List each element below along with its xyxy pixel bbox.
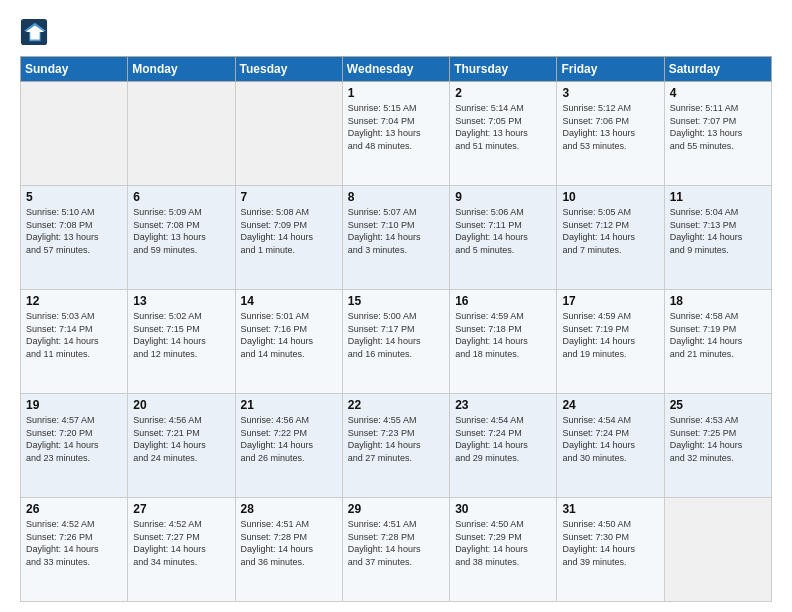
day-info: Sunrise: 4:51 AM Sunset: 7:28 PM Dayligh… (348, 518, 444, 568)
calendar-cell (128, 82, 235, 186)
day-number: 22 (348, 398, 444, 412)
day-number: 8 (348, 190, 444, 204)
day-number: 9 (455, 190, 551, 204)
day-info: Sunrise: 5:00 AM Sunset: 7:17 PM Dayligh… (348, 310, 444, 360)
weekday-header-tuesday: Tuesday (235, 57, 342, 82)
day-info: Sunrise: 5:09 AM Sunset: 7:08 PM Dayligh… (133, 206, 229, 256)
calendar-cell: 4Sunrise: 5:11 AM Sunset: 7:07 PM Daylig… (664, 82, 771, 186)
calendar-cell: 18Sunrise: 4:58 AM Sunset: 7:19 PM Dayli… (664, 290, 771, 394)
calendar-cell: 8Sunrise: 5:07 AM Sunset: 7:10 PM Daylig… (342, 186, 449, 290)
day-info: Sunrise: 5:06 AM Sunset: 7:11 PM Dayligh… (455, 206, 551, 256)
calendar-cell: 9Sunrise: 5:06 AM Sunset: 7:11 PM Daylig… (450, 186, 557, 290)
day-info: Sunrise: 5:14 AM Sunset: 7:05 PM Dayligh… (455, 102, 551, 152)
calendar-cell: 2Sunrise: 5:14 AM Sunset: 7:05 PM Daylig… (450, 82, 557, 186)
day-info: Sunrise: 4:59 AM Sunset: 7:18 PM Dayligh… (455, 310, 551, 360)
calendar-cell: 20Sunrise: 4:56 AM Sunset: 7:21 PM Dayli… (128, 394, 235, 498)
weekday-header-friday: Friday (557, 57, 664, 82)
weekday-header-wednesday: Wednesday (342, 57, 449, 82)
day-number: 15 (348, 294, 444, 308)
day-number: 13 (133, 294, 229, 308)
calendar-cell: 29Sunrise: 4:51 AM Sunset: 7:28 PM Dayli… (342, 498, 449, 602)
calendar-cell: 7Sunrise: 5:08 AM Sunset: 7:09 PM Daylig… (235, 186, 342, 290)
day-number: 30 (455, 502, 551, 516)
calendar-cell: 30Sunrise: 4:50 AM Sunset: 7:29 PM Dayli… (450, 498, 557, 602)
calendar-cell: 11Sunrise: 5:04 AM Sunset: 7:13 PM Dayli… (664, 186, 771, 290)
weekday-header-sunday: Sunday (21, 57, 128, 82)
day-number: 14 (241, 294, 337, 308)
day-info: Sunrise: 4:56 AM Sunset: 7:21 PM Dayligh… (133, 414, 229, 464)
day-info: Sunrise: 5:15 AM Sunset: 7:04 PM Dayligh… (348, 102, 444, 152)
day-info: Sunrise: 5:05 AM Sunset: 7:12 PM Dayligh… (562, 206, 658, 256)
day-info: Sunrise: 5:11 AM Sunset: 7:07 PM Dayligh… (670, 102, 766, 152)
day-number: 12 (26, 294, 122, 308)
day-number: 20 (133, 398, 229, 412)
calendar-cell: 17Sunrise: 4:59 AM Sunset: 7:19 PM Dayli… (557, 290, 664, 394)
day-number: 25 (670, 398, 766, 412)
calendar-cell: 14Sunrise: 5:01 AM Sunset: 7:16 PM Dayli… (235, 290, 342, 394)
day-number: 11 (670, 190, 766, 204)
day-info: Sunrise: 4:55 AM Sunset: 7:23 PM Dayligh… (348, 414, 444, 464)
day-number: 21 (241, 398, 337, 412)
day-number: 28 (241, 502, 337, 516)
calendar-cell: 25Sunrise: 4:53 AM Sunset: 7:25 PM Dayli… (664, 394, 771, 498)
day-info: Sunrise: 4:50 AM Sunset: 7:30 PM Dayligh… (562, 518, 658, 568)
day-info: Sunrise: 5:12 AM Sunset: 7:06 PM Dayligh… (562, 102, 658, 152)
day-info: Sunrise: 4:50 AM Sunset: 7:29 PM Dayligh… (455, 518, 551, 568)
calendar-cell: 6Sunrise: 5:09 AM Sunset: 7:08 PM Daylig… (128, 186, 235, 290)
day-info: Sunrise: 4:52 AM Sunset: 7:26 PM Dayligh… (26, 518, 122, 568)
day-number: 29 (348, 502, 444, 516)
day-info: Sunrise: 4:57 AM Sunset: 7:20 PM Dayligh… (26, 414, 122, 464)
day-info: Sunrise: 4:52 AM Sunset: 7:27 PM Dayligh… (133, 518, 229, 568)
calendar-cell: 3Sunrise: 5:12 AM Sunset: 7:06 PM Daylig… (557, 82, 664, 186)
calendar-cell (21, 82, 128, 186)
calendar-cell: 21Sunrise: 4:56 AM Sunset: 7:22 PM Dayli… (235, 394, 342, 498)
day-number: 3 (562, 86, 658, 100)
calendar-cell: 31Sunrise: 4:50 AM Sunset: 7:30 PM Dayli… (557, 498, 664, 602)
day-info: Sunrise: 4:54 AM Sunset: 7:24 PM Dayligh… (455, 414, 551, 464)
calendar-cell: 16Sunrise: 4:59 AM Sunset: 7:18 PM Dayli… (450, 290, 557, 394)
day-info: Sunrise: 4:56 AM Sunset: 7:22 PM Dayligh… (241, 414, 337, 464)
day-number: 2 (455, 86, 551, 100)
day-number: 17 (562, 294, 658, 308)
day-info: Sunrise: 5:10 AM Sunset: 7:08 PM Dayligh… (26, 206, 122, 256)
day-number: 24 (562, 398, 658, 412)
calendar-cell: 24Sunrise: 4:54 AM Sunset: 7:24 PM Dayli… (557, 394, 664, 498)
weekday-header-monday: Monday (128, 57, 235, 82)
day-number: 31 (562, 502, 658, 516)
day-number: 27 (133, 502, 229, 516)
day-number: 6 (133, 190, 229, 204)
weekday-header-saturday: Saturday (664, 57, 771, 82)
day-info: Sunrise: 4:58 AM Sunset: 7:19 PM Dayligh… (670, 310, 766, 360)
day-info: Sunrise: 5:08 AM Sunset: 7:09 PM Dayligh… (241, 206, 337, 256)
calendar-cell (664, 498, 771, 602)
calendar-cell: 26Sunrise: 4:52 AM Sunset: 7:26 PM Dayli… (21, 498, 128, 602)
day-info: Sunrise: 5:01 AM Sunset: 7:16 PM Dayligh… (241, 310, 337, 360)
calendar-cell: 15Sunrise: 5:00 AM Sunset: 7:17 PM Dayli… (342, 290, 449, 394)
day-number: 10 (562, 190, 658, 204)
weekday-header-thursday: Thursday (450, 57, 557, 82)
day-info: Sunrise: 4:53 AM Sunset: 7:25 PM Dayligh… (670, 414, 766, 464)
calendar-cell: 27Sunrise: 4:52 AM Sunset: 7:27 PM Dayli… (128, 498, 235, 602)
logo-icon (20, 18, 48, 46)
calendar-cell (235, 82, 342, 186)
calendar-cell: 12Sunrise: 5:03 AM Sunset: 7:14 PM Dayli… (21, 290, 128, 394)
calendar-table: SundayMondayTuesdayWednesdayThursdayFrid… (20, 56, 772, 602)
calendar-cell: 23Sunrise: 4:54 AM Sunset: 7:24 PM Dayli… (450, 394, 557, 498)
calendar-cell: 1Sunrise: 5:15 AM Sunset: 7:04 PM Daylig… (342, 82, 449, 186)
day-number: 1 (348, 86, 444, 100)
logo (20, 18, 52, 46)
calendar-cell: 22Sunrise: 4:55 AM Sunset: 7:23 PM Dayli… (342, 394, 449, 498)
calendar-cell: 10Sunrise: 5:05 AM Sunset: 7:12 PM Dayli… (557, 186, 664, 290)
calendar-cell: 5Sunrise: 5:10 AM Sunset: 7:08 PM Daylig… (21, 186, 128, 290)
day-info: Sunrise: 4:54 AM Sunset: 7:24 PM Dayligh… (562, 414, 658, 464)
day-number: 7 (241, 190, 337, 204)
page-header (20, 18, 772, 46)
calendar-cell: 19Sunrise: 4:57 AM Sunset: 7:20 PM Dayli… (21, 394, 128, 498)
day-info: Sunrise: 5:07 AM Sunset: 7:10 PM Dayligh… (348, 206, 444, 256)
day-info: Sunrise: 5:04 AM Sunset: 7:13 PM Dayligh… (670, 206, 766, 256)
day-info: Sunrise: 5:02 AM Sunset: 7:15 PM Dayligh… (133, 310, 229, 360)
day-number: 23 (455, 398, 551, 412)
day-number: 16 (455, 294, 551, 308)
day-number: 19 (26, 398, 122, 412)
calendar-cell: 28Sunrise: 4:51 AM Sunset: 7:28 PM Dayli… (235, 498, 342, 602)
